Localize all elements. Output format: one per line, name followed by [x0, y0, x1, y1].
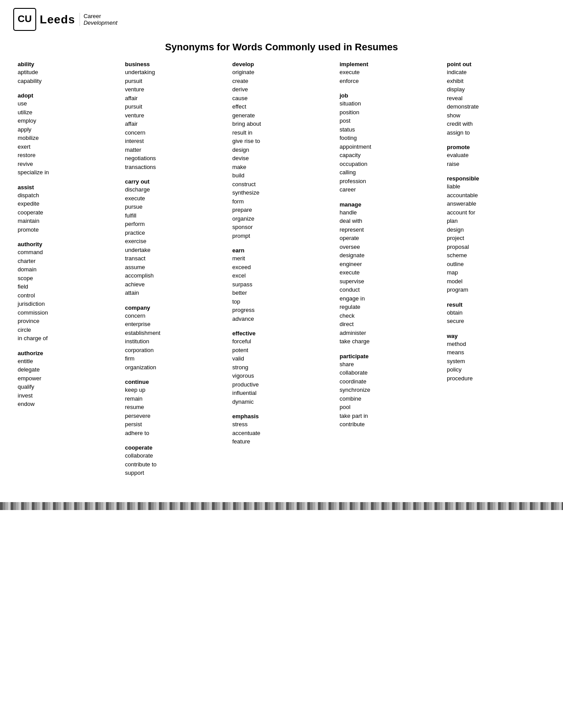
logo-right: Career Development [79, 13, 117, 26]
synonym: show [447, 111, 545, 120]
synonym: dispatch [18, 191, 116, 200]
word-group: participatesharecollaboratecoordinatesyn… [340, 353, 438, 429]
synonym: pursue [125, 203, 223, 211]
synonym: indicate [447, 68, 545, 77]
synonym: construct [232, 180, 331, 189]
synonym: situation [340, 99, 438, 108]
synonym: account for [447, 208, 545, 217]
headword: result [447, 301, 545, 308]
synonym: accentuate [232, 429, 331, 438]
synonym: commission [18, 308, 116, 317]
synonym: top [232, 297, 331, 306]
synonym: engage in [340, 294, 438, 303]
word-group: cooperatecollaboratecontribute tosupport [125, 444, 223, 477]
synonym: organization [125, 363, 223, 372]
column-1: businessundertakingpursuitventureaffairp… [121, 61, 228, 484]
synonym: invest [18, 391, 116, 400]
synonym: undertake [125, 246, 223, 255]
word-group: promoteevaluateraise [447, 144, 545, 168]
synonym: prompt [232, 232, 331, 240]
synonym: interest [125, 137, 223, 146]
synonym: attain [125, 289, 223, 297]
logo-leeds: Leeds [40, 13, 75, 26]
synonym: field [18, 282, 116, 291]
synonym: derive [232, 85, 331, 94]
synonym: coordinate [340, 377, 438, 386]
synonym: organize [232, 214, 331, 223]
synonym: use [18, 99, 116, 108]
synonym: appointment [340, 143, 438, 151]
synonym: advance [232, 315, 331, 323]
column-2: developoriginatecreatederivecauseeffectg… [228, 61, 335, 484]
headword: authority [18, 241, 116, 248]
synonym: design [447, 225, 545, 234]
synonym: in charge of [18, 334, 116, 343]
column-0: abilityaptitudecapabilityadoptuseutilize… [13, 61, 121, 484]
synonym: outline [447, 260, 545, 269]
synonym: perform [125, 220, 223, 229]
synonym: potent [232, 346, 331, 355]
synonym: feature [232, 437, 331, 446]
synonym: employ [18, 116, 116, 125]
synonym: deal with [340, 217, 438, 225]
word-group: emphasisstressaccentuatefeature [232, 413, 331, 446]
headword: develop [232, 61, 331, 68]
column-3: implementexecuteenforcejobsituationposit… [335, 61, 442, 484]
synonym: resume [125, 403, 223, 412]
word-group: companyconcernenterpriseestablishmentins… [125, 304, 223, 372]
synonym: post [340, 116, 438, 125]
synonym: excel [232, 271, 331, 280]
footer-bar [0, 502, 563, 510]
headword: job [340, 92, 438, 99]
synonym: apply [18, 125, 116, 134]
svg-text:CU: CU [18, 13, 32, 24]
synonym: utilize [18, 108, 116, 117]
synonym: scope [18, 274, 116, 283]
word-group: adoptuseutilizeemployapplymobilizeexertr… [18, 92, 116, 177]
synonym: footing [340, 134, 438, 143]
synonym: conduct [340, 285, 438, 294]
headword: company [125, 304, 223, 311]
synonym: discharge [125, 185, 223, 194]
logo-career: Career [83, 13, 117, 19]
synonym: specialize in [18, 168, 116, 177]
synonym: oversee [340, 243, 438, 251]
synonym: influential [232, 389, 331, 398]
headword: promote [447, 144, 545, 150]
synonym: create [232, 77, 331, 86]
synonym: better [232, 289, 331, 297]
synonym: exercise [125, 237, 223, 246]
headword: responsible [447, 175, 545, 182]
synonym: synchronize [340, 386, 438, 394]
synonym: reveal [447, 94, 545, 103]
synonym: engineer [340, 260, 438, 269]
synonym: restore [18, 151, 116, 160]
synonym: dynamic [232, 398, 331, 406]
synonym: maintain [18, 217, 116, 225]
synonym: credit with [447, 120, 545, 128]
word-group: abilityaptitudecapability [18, 61, 116, 85]
headword: point out [447, 61, 545, 68]
synonym: represent [340, 225, 438, 234]
synonym: collaborate [340, 368, 438, 377]
synonym: institution [125, 337, 223, 346]
synonym: procedure [447, 374, 545, 383]
synonym: designate [340, 251, 438, 260]
synonym: aptitude [18, 68, 116, 77]
synonym: expedite [18, 199, 116, 208]
synonym: combine [340, 394, 438, 403]
synonym: pursuit [125, 77, 223, 86]
synonym: position [340, 108, 438, 117]
headword: adopt [18, 92, 116, 99]
word-group: implementexecuteenforce [340, 61, 438, 85]
leeds-logo-icon: CU [13, 8, 36, 31]
synonym: effect [232, 102, 331, 111]
synonym: domain [18, 265, 116, 274]
synonym: proposal [447, 243, 545, 251]
synonym: remain [125, 394, 223, 403]
word-group: waymethodmeanssystempolicyprocedure [447, 333, 545, 383]
headword: assist [18, 184, 116, 191]
synonym: accountable [447, 191, 545, 200]
word-group: jobsituationpositionpoststatusfootingapp… [340, 92, 438, 194]
headword: continue [125, 379, 223, 385]
